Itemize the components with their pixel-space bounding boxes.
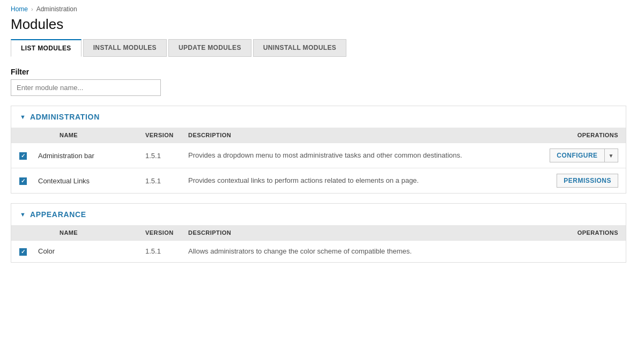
col-ops-header: OPERATIONS <box>540 128 626 143</box>
tab-list-modules[interactable]: LIST MODULES <box>11 39 82 57</box>
module-desc-color: Allows administrators to change the colo… <box>183 241 540 262</box>
col-check-header <box>11 128 33 143</box>
col-desc-header: DESCRIPTION <box>183 128 540 143</box>
section-appearance-collapse-icon: ▼ <box>20 211 26 218</box>
module-ops-color <box>540 241 626 262</box>
configure-dropdown-arrow[interactable]: ▼ <box>605 150 618 161</box>
section-administration-header[interactable]: ▼ ADMINISTRATION <box>11 106 626 128</box>
col-version-header-app: VERSION <box>140 225 183 241</box>
tabs-bar: LIST MODULES INSTALL MODULES UPDATE MODU… <box>11 39 626 57</box>
section-administration-collapse-icon: ▼ <box>20 114 26 120</box>
breadcrumb-current: Administration <box>36 5 77 13</box>
section-administration: ▼ ADMINISTRATION NAME VERSION DESCRIPTIO… <box>11 106 626 194</box>
page-title: Modules <box>11 16 626 33</box>
filter-input[interactable] <box>11 79 161 96</box>
checkbox-icon-admin-bar[interactable] <box>19 152 27 160</box>
module-name-contextual-links: Contextual Links <box>33 168 140 194</box>
table-row: Contextual Links 1.5.1 Provides contextu… <box>11 168 626 194</box>
permissions-button-contextual-links[interactable]: PERMISSIONS <box>557 174 618 188</box>
checkbox-icon-contextual-links[interactable] <box>19 177 27 185</box>
table-row: Color 1.5.1 Allows administrators to cha… <box>11 241 626 262</box>
module-version-color: 1.5.1 <box>140 241 183 262</box>
appearance-table: NAME VERSION DESCRIPTION OPERATIONS Colo… <box>11 225 626 262</box>
section-appearance-header[interactable]: ▼ APPEARANCE <box>11 204 626 225</box>
filter-section: Filter <box>11 68 626 96</box>
col-check-header-app <box>11 225 33 241</box>
appearance-table-header-row: NAME VERSION DESCRIPTION OPERATIONS <box>11 225 626 241</box>
col-name-header: NAME <box>33 128 140 143</box>
col-version-header: VERSION <box>140 128 183 143</box>
breadcrumb: Home › Administration <box>11 5 626 13</box>
section-appearance-title: APPEARANCE <box>30 210 86 219</box>
module-ops-contextual-links: PERMISSIONS <box>540 168 626 194</box>
module-desc-admin-bar: Provides a dropdown menu to most adminis… <box>183 143 540 168</box>
module-version-contextual-links: 1.5.1 <box>140 168 183 194</box>
module-version-admin-bar: 1.5.1 <box>140 143 183 168</box>
module-desc-contextual-links: Provides contextual links to perform act… <box>183 168 540 194</box>
tab-uninstall-modules[interactable]: UNINSTALL MODULES <box>253 39 346 57</box>
administration-table: NAME VERSION DESCRIPTION OPERATIONS Admi… <box>11 128 626 193</box>
module-ops-admin-bar: CONFIGURE ▼ <box>540 143 626 168</box>
breadcrumb-home-link[interactable]: Home <box>11 5 28 13</box>
col-desc-header-app: DESCRIPTION <box>183 225 540 241</box>
configure-button-label[interactable]: CONFIGURE <box>550 149 604 162</box>
administration-table-header-row: NAME VERSION DESCRIPTION OPERATIONS <box>11 128 626 143</box>
module-checkbox-color[interactable] <box>11 241 33 262</box>
checkbox-icon-color[interactable] <box>19 248 27 256</box>
section-administration-title: ADMINISTRATION <box>30 113 100 121</box>
configure-button-admin-bar[interactable]: CONFIGURE ▼ <box>550 148 618 162</box>
col-ops-header-app: OPERATIONS <box>540 225 626 241</box>
tab-update-modules[interactable]: UPDATE MODULES <box>168 39 251 57</box>
module-name-admin-bar: Administration bar <box>33 143 140 168</box>
col-name-header-app: NAME <box>33 225 140 241</box>
module-checkbox-admin-bar[interactable] <box>11 143 33 168</box>
breadcrumb-separator: › <box>31 6 33 12</box>
section-appearance: ▼ APPEARANCE NAME VERSION DESCRIPTION OP… <box>11 203 626 263</box>
page-wrapper: Home › Administration Modules LIST MODUL… <box>0 0 637 364</box>
filter-label: Filter <box>11 68 626 76</box>
table-row: Administration bar 1.5.1 Provides a drop… <box>11 143 626 168</box>
module-checkbox-contextual-links[interactable] <box>11 168 33 194</box>
module-name-color: Color <box>33 241 140 262</box>
tab-install-modules[interactable]: INSTALL MODULES <box>83 39 167 57</box>
